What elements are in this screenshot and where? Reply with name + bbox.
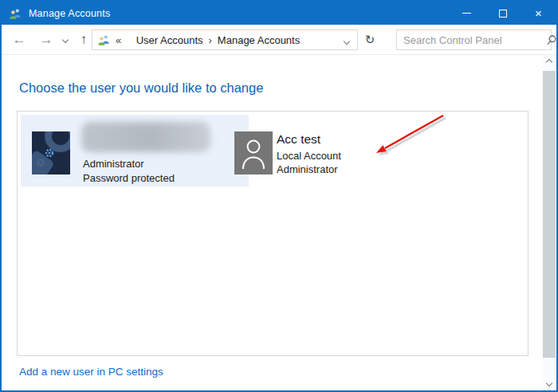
window-title: Manage Accounts xyxy=(29,8,110,19)
user-accounts-icon xyxy=(9,7,22,20)
user-role-label: Administrator xyxy=(277,163,338,175)
redacted-user-name xyxy=(81,122,210,152)
breadcrumb-item-manage-accounts[interactable]: Manage Accounts xyxy=(218,34,300,46)
person-icon xyxy=(234,131,273,174)
maximize-button[interactable] xyxy=(485,2,521,25)
back-icon: ← xyxy=(13,32,26,48)
search-box xyxy=(396,29,552,50)
vertical-scrollbar[interactable] xyxy=(542,55,556,390)
up-icon: ↑ xyxy=(81,32,88,48)
scroll-up-button[interactable] xyxy=(542,55,556,69)
user-status-label: Password protected xyxy=(83,172,175,184)
account-type-label: Local Account xyxy=(277,150,341,162)
breadcrumb xyxy=(127,33,130,47)
forward-button[interactable]: → xyxy=(35,25,57,55)
scrollbar-thumb[interactable] xyxy=(543,71,556,358)
refresh-button[interactable]: ↻ xyxy=(360,29,379,50)
forward-icon: → xyxy=(40,32,53,48)
gear-icon xyxy=(44,147,55,159)
chevron-down-icon xyxy=(62,37,69,43)
refresh-icon: ↻ xyxy=(365,33,375,47)
chevron-up-icon xyxy=(546,59,552,65)
user-avatar-picture[interactable] xyxy=(32,131,70,174)
close-icon: × xyxy=(535,7,542,19)
user-avatar-silhouette[interactable] xyxy=(234,131,273,174)
minimize-button[interactable] xyxy=(449,2,485,25)
user-accounts-breadcrumb-icon xyxy=(97,33,110,46)
address-bar[interactable]: « User Accounts › Manage Accounts xyxy=(92,29,358,50)
maximize-icon xyxy=(499,10,507,18)
minimize-icon xyxy=(462,13,471,14)
user-name-label[interactable]: Acc test xyxy=(277,132,320,147)
page-title: Choose the user you would like to change xyxy=(19,80,263,96)
breadcrumb-item-user-accounts[interactable]: User Accounts xyxy=(136,34,203,46)
back-button[interactable]: ← xyxy=(8,25,30,55)
manage-accounts-window: Manage Accounts × ← → ↑ « User Accounts … xyxy=(0,0,558,392)
navigation-bar: ← → ↑ « User Accounts › Manage Accounts … xyxy=(2,25,556,55)
scroll-down-button[interactable] xyxy=(542,376,556,390)
window-controls: × xyxy=(449,2,556,25)
breadcrumb-separator: › xyxy=(209,34,212,46)
chevron-down-icon xyxy=(546,380,552,386)
search-input[interactable] xyxy=(397,34,544,46)
title-bar: Manage Accounts × xyxy=(2,2,556,25)
add-new-user-link[interactable]: Add a new user in PC settings xyxy=(19,366,163,378)
avatar-art xyxy=(37,159,45,167)
user-role-label: Administrator xyxy=(83,158,144,170)
chevron-down-icon xyxy=(344,38,350,45)
recent-pages-button[interactable] xyxy=(59,25,72,55)
breadcrumb-collapsed-indicator[interactable]: « xyxy=(116,34,121,46)
address-dropdown-button[interactable] xyxy=(340,33,354,47)
search-icon[interactable] xyxy=(545,34,557,46)
close-button[interactable]: × xyxy=(521,2,556,25)
